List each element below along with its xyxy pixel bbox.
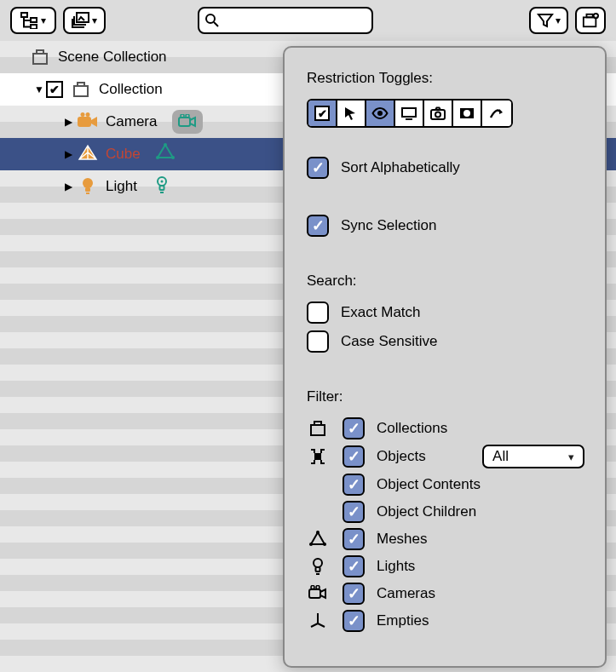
new-collection-button[interactable]: [575, 7, 606, 34]
holdout-icon: [458, 106, 475, 120]
scene-collection-label: Scene Collection: [58, 49, 167, 66]
case-sensitive-label: Case Sensitive: [341, 333, 437, 350]
search-section-title: Search:: [307, 273, 584, 290]
filter-dropdown-button[interactable]: ▾: [529, 7, 568, 34]
light-label: Light: [106, 178, 137, 195]
filter-meshes-label: Meshes: [377, 531, 428, 548]
svg-line-49: [311, 623, 318, 627]
filter-empties-label: Empties: [377, 612, 429, 629]
camera-data-icon: [178, 114, 197, 129]
restriction-toggles-title: Restriction Toggles:: [307, 70, 584, 87]
collection-icon: [72, 81, 90, 98]
svg-rect-1: [31, 18, 37, 22]
collection-enable-checkbox[interactable]: ✔: [46, 81, 63, 98]
filter-section-title: Filter:: [307, 388, 584, 405]
svg-point-20: [171, 156, 175, 159]
filter-collections-label: Collections: [377, 420, 447, 437]
chevron-down-icon: ▾: [92, 14, 97, 26]
svg-point-47: [316, 586, 320, 589]
svg-rect-11: [74, 86, 88, 96]
svg-point-19: [164, 143, 167, 146]
collection-icon: [31, 49, 49, 66]
display-mode-dropdown[interactable]: ▾: [10, 7, 56, 34]
sync-selection-checkbox[interactable]: [307, 215, 329, 237]
svg-rect-7: [586, 14, 592, 18]
sort-alphabetically-label: Sort Alphabetically: [341, 159, 460, 176]
filter-meshes-checkbox[interactable]: [343, 528, 365, 550]
disclosure-triangle-icon[interactable]: ▶: [61, 181, 75, 192]
disclosure-triangle-icon[interactable]: ▶: [61, 148, 75, 160]
svg-point-46: [311, 586, 314, 589]
filter-cameras-label: Cameras: [377, 585, 435, 602]
disclosure-triangle-icon[interactable]: ▼: [32, 83, 46, 95]
camera-object-icon: [77, 112, 99, 131]
toggle-holdout[interactable]: [453, 101, 482, 126]
restriction-toggle-strip: ✔: [307, 99, 513, 128]
toggle-viewport-display[interactable]: [395, 101, 424, 126]
new-collection-icon: [582, 12, 599, 29]
mesh-data-icon: [156, 143, 175, 162]
filter-objects-checkbox[interactable]: [343, 445, 365, 468]
case-sensitive-checkbox[interactable]: [307, 330, 329, 353]
filter-objects-label: Objects: [377, 448, 426, 465]
sort-alphabetically-checkbox[interactable]: [307, 157, 329, 179]
svg-rect-9: [33, 54, 47, 64]
chevron-down-icon: ▾: [556, 14, 561, 26]
photo-camera-icon: [429, 106, 446, 120]
search-input[interactable]: [220, 12, 356, 29]
view-mode-dropdown[interactable]: ▾: [63, 7, 106, 34]
disclosure-triangle-icon[interactable]: ▶: [61, 116, 75, 128]
svg-point-4: [206, 14, 215, 23]
svg-point-21: [156, 156, 159, 159]
outliner-toolbar: ▾ ▾ ▾: [0, 0, 616, 41]
collection-icon: [308, 420, 327, 437]
filter-lights-checkbox[interactable]: [343, 555, 365, 577]
monitor-icon: [400, 106, 417, 120]
search-field[interactable]: [198, 7, 373, 34]
svg-rect-36: [311, 425, 325, 435]
light-object-icon: [78, 176, 97, 197]
svg-point-17: [181, 114, 184, 118]
filter-cameras-checkbox[interactable]: [343, 583, 365, 605]
filter-empties-checkbox[interactable]: [343, 610, 365, 632]
images-stack-icon: [72, 12, 90, 29]
exact-match-checkbox[interactable]: [307, 302, 329, 324]
svg-point-14: [81, 112, 85, 117]
svg-point-41: [309, 543, 313, 546]
toggle-selectable[interactable]: [337, 101, 366, 126]
svg-rect-16: [179, 118, 190, 126]
collection-label: Collection: [99, 81, 163, 98]
svg-rect-37: [314, 422, 321, 425]
filter-objects-dropdown[interactable]: All ▾: [482, 445, 584, 468]
mesh-object-icon: [78, 144, 98, 164]
bounce-arrow-icon: [488, 106, 505, 120]
svg-rect-43: [316, 567, 320, 571]
svg-line-5: [214, 22, 218, 26]
mesh-icon: [308, 530, 327, 549]
toggle-enable[interactable]: ✔: [308, 101, 337, 126]
toggle-indirect-only[interactable]: [482, 101, 511, 126]
svg-point-29: [377, 111, 383, 116]
svg-point-40: [323, 543, 326, 546]
filter-popover: Restriction Toggles: ✔ Sort Alphabetical…: [283, 46, 607, 668]
svg-rect-13: [78, 117, 91, 127]
camera-icon: [308, 585, 328, 602]
svg-point-26: [160, 180, 163, 182]
svg-rect-27: [159, 186, 164, 190]
svg-point-15: [86, 112, 90, 117]
svg-rect-45: [309, 589, 320, 598]
cube-label: Cube: [106, 146, 141, 163]
filter-object-children-checkbox[interactable]: [343, 501, 365, 523]
svg-point-42: [314, 559, 322, 567]
svg-rect-0: [21, 13, 27, 17]
filter-object-contents-checkbox[interactable]: [343, 474, 365, 496]
svg-rect-23: [85, 187, 90, 192]
filter-collections-checkbox[interactable]: [343, 417, 365, 439]
chevron-down-icon: ▾: [41, 14, 46, 26]
svg-point-39: [316, 531, 320, 534]
toggle-hide-viewport[interactable]: [366, 101, 395, 126]
toggle-render[interactable]: [424, 101, 453, 126]
svg-rect-2: [31, 25, 37, 29]
svg-rect-3: [77, 13, 89, 22]
cursor-icon: [343, 106, 359, 121]
